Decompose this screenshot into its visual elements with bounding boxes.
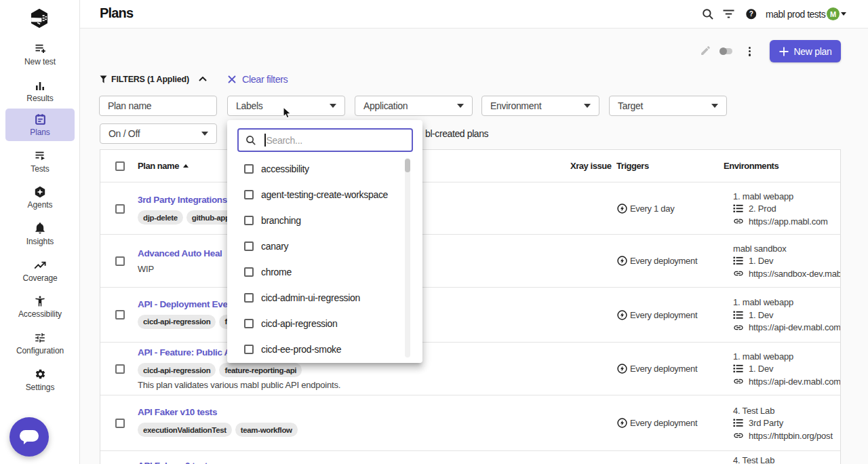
label-option[interactable]: branching xyxy=(227,208,422,233)
avatar[interactable]: M xyxy=(827,7,840,20)
sidebar-item-insights[interactable]: Insights xyxy=(5,218,75,250)
column-xray-issue[interactable]: Xray issue xyxy=(570,150,612,182)
row-checkbox[interactable] xyxy=(115,256,125,266)
table-row[interactable]: API Faker v6 tests 4. Test Lab xyxy=(100,451,840,464)
option-checkbox[interactable] xyxy=(244,216,254,225)
labels-filter-label: Labels xyxy=(236,100,262,111)
search-icon[interactable] xyxy=(702,8,714,20)
label-option[interactable]: agent-testing-create-workspace xyxy=(227,182,422,208)
label-option[interactable]: chrome xyxy=(227,259,422,285)
label-chip: team-workflow xyxy=(235,423,298,437)
settings-icon xyxy=(35,368,46,381)
label-option[interactable]: accessibility xyxy=(227,156,422,182)
environments-cell: 1. mabl webapp 2. Prod https://app.mabl.… xyxy=(733,183,841,234)
sidebar-item-coverage[interactable]: Coverage xyxy=(5,254,75,287)
sidebar-item-label: Accessibility xyxy=(18,309,62,319)
workspace-caret-icon[interactable] xyxy=(841,12,846,16)
env-url: https://api-dev.mabl.com xyxy=(749,322,841,332)
plan-name-link[interactable]: API Faker v6 tests xyxy=(138,459,212,464)
option-checkbox[interactable] xyxy=(244,267,254,277)
label-option-text: cicd-api-regression xyxy=(261,318,338,329)
label-option[interactable]: cicd-ee-prod-smoke xyxy=(227,336,422,362)
column-label: Xray issue xyxy=(570,161,612,171)
sidebar-item-tests[interactable]: Tests xyxy=(5,145,75,178)
clear-filters-x-icon[interactable] xyxy=(228,75,236,83)
plans-table: Plan name Xray issue Triggers Environmen… xyxy=(100,149,841,464)
agents-icon xyxy=(34,185,46,198)
sidebar-item-agents[interactable]: Agents xyxy=(5,181,75,214)
new-plan-button[interactable]: New plan xyxy=(770,40,841,62)
mabl-logo-icon[interactable] xyxy=(31,9,48,28)
table-row[interactable]: API - Feature: Public A cicd-api-regress… xyxy=(100,343,840,395)
label-option[interactable]: cicd-api-regression xyxy=(227,311,422,336)
environment-filter-select[interactable]: Environment xyxy=(481,96,599,116)
application-filter-select[interactable]: Application xyxy=(355,96,473,116)
collapse-filters-icon[interactable] xyxy=(199,77,207,81)
sidebar-item-new-test[interactable]: New test xyxy=(5,38,75,71)
option-checkbox[interactable] xyxy=(244,293,254,303)
table-row[interactable]: Advanced Auto Heal WIP Every deployment … xyxy=(100,235,840,288)
edit-plan-icon[interactable] xyxy=(700,45,711,56)
sidebar-item-results[interactable]: Results xyxy=(5,75,75,107)
column-label: Environments xyxy=(724,161,778,171)
table-row[interactable]: 3rd Party Integrations djp-delete github… xyxy=(100,183,840,235)
link-icon xyxy=(733,322,744,333)
sidebar-item-plans[interactable]: Plans xyxy=(5,109,75,141)
page-title: Plans xyxy=(100,5,133,21)
option-checkbox[interactable] xyxy=(244,345,254,354)
help-icon[interactable]: ? xyxy=(746,9,757,20)
scrollbar-thumb[interactable] xyxy=(405,159,410,172)
sidebar-item-configuration[interactable]: Configuration xyxy=(5,327,75,360)
more-actions-icon[interactable] xyxy=(749,47,751,57)
trigger-label: Every 1 day xyxy=(630,204,674,214)
select-all-checkbox[interactable] xyxy=(115,161,125,171)
link-icon xyxy=(733,216,744,227)
plan-name-link[interactable]: 3rd Party Integrations xyxy=(138,193,227,208)
column-environments[interactable]: Environments xyxy=(724,150,778,182)
labels-search-input[interactable]: Search... xyxy=(237,128,413,152)
sidebar-item-label: Results xyxy=(26,94,53,103)
row-checkbox[interactable] xyxy=(115,310,125,320)
row-checkbox[interactable] xyxy=(115,419,125,428)
plan-name-link[interactable]: API - Deployment Ever xyxy=(138,297,231,312)
plan-name-filter-input[interactable]: Plan name xyxy=(99,96,217,116)
application-filter-label: Application xyxy=(363,100,408,111)
label-option[interactable]: canary xyxy=(227,233,422,259)
onoff-filter-select[interactable]: On / Off xyxy=(100,123,217,144)
label-option[interactable]: cicd-admin-ui-regression xyxy=(227,285,422,311)
table-row[interactable]: API Faker v10 tests executionValidationT… xyxy=(100,395,840,451)
env-application: 1. mabl webapp xyxy=(733,191,793,201)
row-checkbox[interactable] xyxy=(115,204,125,214)
sidebar-item-accessibility[interactable]: Accessibility xyxy=(5,290,75,323)
plan-description: WIP xyxy=(138,263,154,276)
coverage-icon xyxy=(34,258,46,271)
column-plan-name[interactable]: Plan name xyxy=(138,150,189,182)
labels-filter-select[interactable]: Labels xyxy=(227,96,345,116)
plan-name-link[interactable]: API - Feature: Public A xyxy=(138,345,231,360)
sidebar-item-settings[interactable]: Settings xyxy=(5,364,75,396)
tests-icon xyxy=(35,149,46,162)
environment-list-icon xyxy=(733,419,744,427)
clear-filters-label[interactable]: Clear filters xyxy=(242,74,288,85)
filters-header[interactable]: FILTERS (1 Applied) Clear filters xyxy=(100,73,288,85)
environments-cell: 4. Test Lab 3rd Party https://httpbin.or… xyxy=(733,395,841,450)
insights-icon xyxy=(35,222,45,235)
filter-icon[interactable] xyxy=(723,9,734,18)
env-environment: 1. Dev xyxy=(749,364,773,374)
workspace-name[interactable]: mabl prod tests xyxy=(766,9,825,20)
hide-mabl-created-plans-label[interactable]: bl-created plans xyxy=(425,128,488,139)
row-checkbox[interactable] xyxy=(115,364,125,374)
option-checkbox[interactable] xyxy=(244,241,254,251)
target-filter-select[interactable]: Target xyxy=(609,96,727,116)
option-checkbox[interactable] xyxy=(244,164,254,174)
toggle-plan-switch[interactable] xyxy=(720,48,732,54)
column-triggers[interactable]: Triggers xyxy=(616,150,649,182)
chat-button[interactable] xyxy=(9,417,49,457)
plan-name-link[interactable]: API Faker v10 tests xyxy=(138,405,217,420)
table-row[interactable]: API - Deployment Ever cicd-api-regressio… xyxy=(100,288,840,343)
plan-name-link[interactable]: Advanced Auto Heal xyxy=(138,246,222,261)
dropdown-scrollbar[interactable] xyxy=(405,158,410,357)
option-checkbox[interactable] xyxy=(244,190,254,199)
option-checkbox[interactable] xyxy=(244,319,254,328)
filters-title: FILTERS (1 Applied) xyxy=(111,75,189,84)
